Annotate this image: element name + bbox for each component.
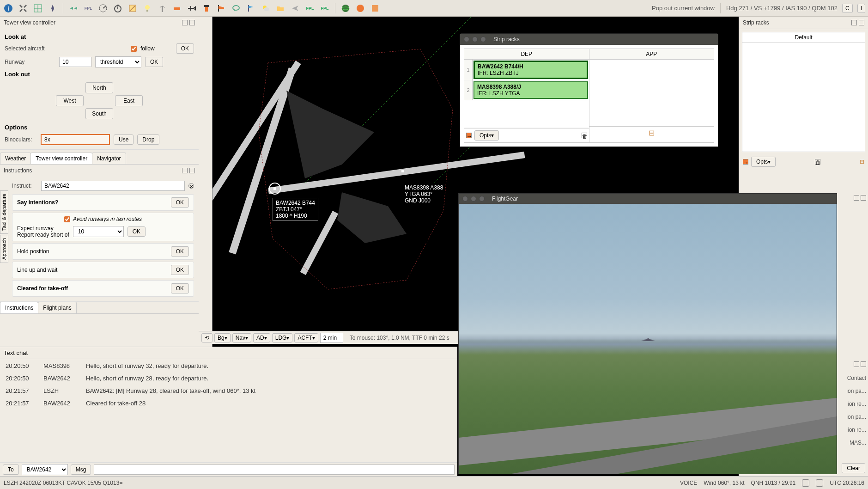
rack-opts-button[interactable]: Opts▾ [751,157,776,167]
detach-icon[interactable] [854,195,859,201]
expect-runway-select[interactable]: 10 [73,226,124,237]
flight-strip-baw2642[interactable]: BAW2642 B744/H IFR: LSZH ZBTJ [473,61,588,79]
aircraft-pair-icon[interactable] [68,3,79,14]
antenna-icon[interactable] [157,3,168,14]
close-icon[interactable] [861,195,866,201]
info-icon[interactable]: i [3,3,14,14]
tower-icon[interactable] [201,3,212,14]
flightgear-viewport[interactable] [459,204,837,474]
runway-ok-button[interactable]: OK [145,57,163,67]
radar-time-input[interactable] [320,333,343,343]
window-min-icon[interactable] [472,37,478,42]
lightbulb-icon[interactable] [142,3,153,14]
globe-icon[interactable] [340,3,351,14]
chat-to-select[interactable]: BAW2642 [22,464,68,475]
window-close-icon[interactable] [464,37,469,42]
notepad-icon[interactable] [127,3,138,14]
use-button[interactable]: Use [114,134,134,145]
binoculars-input[interactable] [41,134,110,145]
svg-marker-5 [51,5,54,12]
follow-checkbox[interactable] [131,46,137,52]
flight-strip-mas8398[interactable]: MAS8398 A388/J IFR: LSZH YTGA [473,81,588,99]
radar-datatag-baw2642[interactable]: BAW2642 B744 ZBTJ 047° 1800 ^ H190 [273,198,318,221]
close-icon[interactable] [189,168,195,173]
folder-icon[interactable] [275,3,286,14]
map-grid-icon[interactable] [32,3,43,14]
west-button[interactable]: West [56,95,84,106]
radar-sync-icon[interactable]: ⟲ [201,333,212,342]
detach-icon[interactable] [854,361,859,367]
detach-icon[interactable] [182,20,188,25]
pop-out-link[interactable]: Pop out current window [652,5,715,12]
north-button[interactable]: North [85,82,113,93]
radar-sweep-icon[interactable] [97,3,109,14]
globe-orange-icon[interactable] [355,3,366,14]
clear-instruct-icon[interactable]: ✕ [188,183,194,189]
tools-icon[interactable] [18,3,29,14]
say-intentions-ok-button[interactable]: OK [171,197,189,208]
detach-icon[interactable] [851,20,857,25]
flag-icon[interactable] [245,3,256,14]
window-max-icon[interactable] [479,196,485,202]
radar-ldg-button[interactable]: LDG▾ [272,333,293,342]
tab-navigator[interactable]: Navigator [92,153,126,164]
side-tab-approach[interactable]: Approach [0,235,8,263]
radar-ad-button[interactable]: AD▾ [253,333,270,342]
runway-spinner[interactable] [59,57,91,67]
close-icon[interactable] [189,20,195,25]
chart-icon[interactable] [370,3,381,14]
tab-instructions[interactable]: Instructions [0,302,38,313]
cleared-takeoff-ok-button[interactable]: OK [171,283,189,293]
rack-trash-icon[interactable]: 🗑 [815,159,820,165]
rack-add-icon[interactable]: → [743,159,748,165]
instruct-input[interactable] [41,181,185,191]
selected-aircraft-ok-button[interactable]: OK [176,43,194,54]
compass-icon[interactable] [47,3,58,14]
look-at-header: Look at [5,31,194,42]
side-tab-taxi-departure[interactable]: Taxi & departure [0,190,8,234]
toggle-c-button[interactable]: C [842,4,853,13]
radar-bg-button[interactable]: Bg▾ [214,333,231,342]
south-button[interactable]: South [85,108,113,119]
chat-msg-button[interactable]: Msg [71,465,91,475]
close-icon[interactable] [861,361,866,367]
line-up-ok-button[interactable]: OK [171,265,189,275]
threshold-select[interactable]: threshold [95,56,141,67]
window-close-icon[interactable] [462,196,468,202]
radar-datatag-mas8398[interactable]: MAS8398 A388 YTGA 063° GND J000 [402,183,446,205]
runway-orange-icon[interactable] [171,3,182,14]
right-clear-button[interactable]: Clear [842,463,865,473]
chat-to-button[interactable]: To [3,465,19,475]
send-icon[interactable] [290,3,301,14]
expect-runway-ok-button[interactable]: OK [127,226,146,237]
status-indicator-icon[interactable] [802,479,809,487]
window-min-icon[interactable] [471,196,476,202]
east-button[interactable]: East [115,95,143,106]
radar-acft-button[interactable]: ACFT▾ [294,333,318,342]
radar-nav-button[interactable]: Nav▾ [232,333,251,342]
strip-add-icon[interactable]: → [466,133,472,138]
close-icon[interactable] [859,20,864,25]
stopwatch-icon[interactable] [112,3,123,14]
detach-icon[interactable] [182,168,188,173]
tab-tower-view[interactable]: Tower view controller [30,153,92,164]
wind-status: Wind 060°, 13 kt [704,480,744,486]
plane-icon[interactable] [186,3,197,14]
drop-button[interactable]: Drop [137,134,159,145]
windsock-icon[interactable] [216,3,227,14]
avoid-runways-checkbox[interactable] [64,216,70,222]
fpl-green2-icon[interactable]: FPL [319,3,330,14]
fpl-icon[interactable]: FPL [83,3,94,14]
toggle-i-button[interactable]: I [857,4,865,13]
window-max-icon[interactable] [480,37,486,42]
hold-position-ok-button[interactable]: OK [171,246,189,257]
strip-trash-icon[interactable]: 🗑 [582,133,587,138]
sun-cloud-icon[interactable] [260,3,271,14]
status-gauge-icon[interactable] [816,479,823,487]
dep-opts-button[interactable]: Opts▾ [474,130,499,141]
tab-weather[interactable]: Weather [0,153,31,164]
fpl-green-icon[interactable]: FPL [304,3,316,14]
chat-message-input[interactable] [94,465,455,475]
tab-flight-plans[interactable]: Flight plans [38,302,76,313]
speech-bubble-icon[interactable] [231,3,242,14]
